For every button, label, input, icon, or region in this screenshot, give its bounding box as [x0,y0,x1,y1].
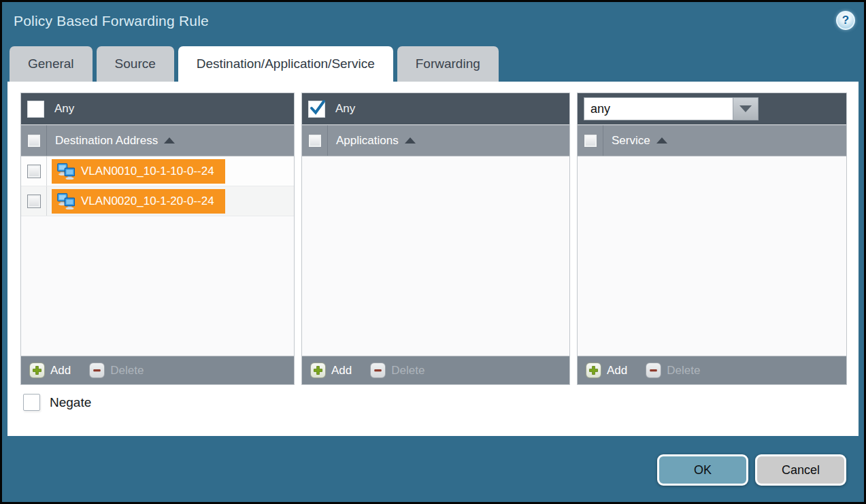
checkmark-icon [308,99,327,118]
delete-button[interactable]: Delete [370,363,424,378]
applications-header-label: Applications [336,134,399,148]
destination-footer: Add Delete [21,356,294,384]
service-header-label: Service [612,134,650,148]
header-checkbox-cell [302,125,328,156]
add-label: Add [331,364,352,377]
tab-bar: General Source Destination/Application/S… [10,46,499,82]
service-toolbar: any [578,93,846,125]
applications-select-all-checkbox[interactable] [308,134,322,148]
delete-button[interactable]: Delete [646,363,700,378]
applications-any-checkbox[interactable] [308,101,325,118]
add-button[interactable]: Add [310,363,352,378]
tab-destination-application-service[interactable]: Destination/Application/Service [178,46,393,82]
policy-based-forwarding-dialog: Policy Based Forwarding Rule ? General S… [0,0,866,504]
service-mode-value[interactable]: any [584,97,733,120]
add-icon [29,363,45,378]
negate-option: Negate [23,394,91,411]
row-checkbox-cell [21,156,47,186]
dialog-title: Policy Based Forwarding Rule [14,13,209,29]
destination-any-toolbar: Any [21,93,294,125]
service-select-all-checkbox[interactable] [584,134,597,148]
add-button[interactable]: Add [586,363,627,378]
applications-any-label: Any [335,102,355,116]
header-checkbox-cell [578,125,603,156]
delete-icon [89,363,105,378]
delete-label: Delete [110,364,144,377]
delete-icon [370,363,386,378]
address-object-label: VLAN0020_10-1-20-0--24 [81,195,214,208]
delete-label: Delete [391,364,424,377]
address-object-label: VLAN0010_10-1-10-0--24 [81,165,214,178]
destination-address-panel: Any Destination Address [20,93,295,385]
service-list [578,156,846,356]
chevron-down-icon [739,105,752,112]
applications-any-toolbar: Any [302,93,569,125]
add-icon [310,363,326,378]
sort-ascending-icon [405,137,416,144]
row-checkbox[interactable] [27,195,41,208]
help-icon[interactable]: ? [836,11,855,30]
destination-select-all-checkbox[interactable] [27,134,41,148]
sort-ascending-icon [656,137,667,144]
tab-forwarding[interactable]: Forwarding [397,46,499,82]
network-icon [57,163,75,180]
applications-list [302,156,569,356]
network-icon [57,193,75,209]
destination-list: VLAN0010_10-1-10-0--24 [21,156,294,356]
table-row[interactable]: VLAN0010_10-1-10-0--24 [21,156,294,186]
tab-content: Any Destination Address [7,82,859,436]
service-footer: Add Delete [578,356,846,384]
delete-icon [646,363,661,378]
sort-ascending-icon [164,137,175,144]
delete-label: Delete [667,364,700,377]
row-checkbox[interactable] [27,165,41,178]
tab-source[interactable]: Source [97,46,174,82]
destination-column-header: Destination Address [21,125,294,156]
add-button[interactable]: Add [29,363,71,378]
tab-general[interactable]: General [10,46,93,82]
address-object-chip[interactable]: VLAN0020_10-1-20-0--24 [52,189,225,214]
applications-sort-header[interactable]: Applications [336,134,416,148]
add-label: Add [607,364,627,377]
add-label: Add [50,364,71,377]
destination-header-label: Destination Address [55,134,158,148]
destination-any-checkbox[interactable] [27,101,44,118]
applications-panel: Any Applications Add [301,93,570,385]
row-checkbox-cell [21,186,47,216]
cancel-button[interactable]: Cancel [755,454,846,486]
ok-button[interactable]: OK [657,454,748,486]
negate-label: Negate [50,395,91,410]
address-object-chip[interactable]: VLAN0010_10-1-10-0--24 [52,159,225,184]
add-icon [586,363,601,378]
delete-button[interactable]: Delete [89,363,144,378]
destination-sort-header[interactable]: Destination Address [55,134,175,148]
applications-footer: Add Delete [302,356,569,384]
negate-checkbox[interactable] [23,394,40,411]
service-column-header: Service [578,125,846,156]
service-mode-dropdown-button[interactable] [733,97,759,120]
service-sort-header[interactable]: Service [612,134,667,148]
applications-column-header: Applications [302,125,569,156]
table-row[interactable]: VLAN0020_10-1-20-0--24 [21,186,294,216]
header-checkbox-cell [21,125,47,156]
service-panel: any Service [577,93,847,385]
service-mode-dropdown: any [584,97,759,120]
destination-any-label: Any [54,102,74,116]
